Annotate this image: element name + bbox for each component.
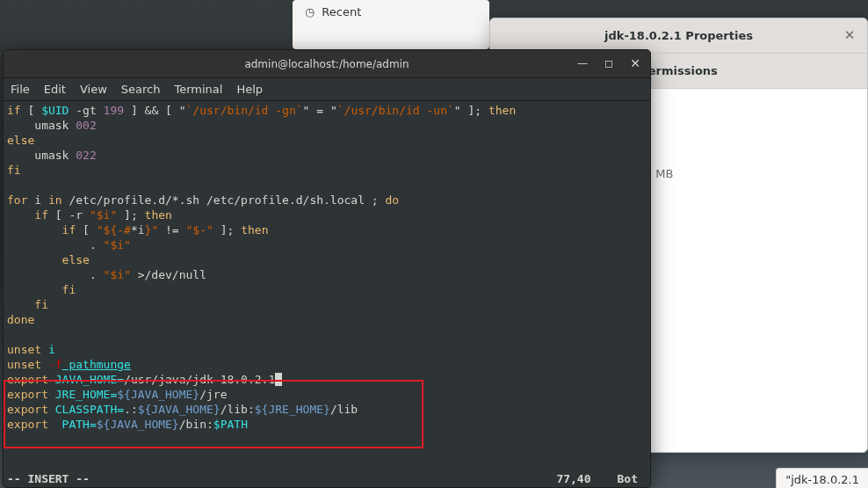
vim-position: 77,40	[556, 472, 590, 485]
sidebar-item-label: Recent	[322, 5, 361, 18]
terminal-title: admin@localhost:/home/admin	[244, 58, 409, 70]
close-icon[interactable]: ✕	[841, 27, 858, 45]
close-button[interactable]: ✕	[626, 54, 645, 73]
terminal-content[interactable]: if [ $UID -gt 199 ] && [ "`/usr/bin/id -…	[4, 101, 650, 470]
menu-edit[interactable]: Edit	[44, 83, 66, 96]
vim-mode: -- INSERT --	[7, 472, 90, 485]
menu-terminal[interactable]: Terminal	[174, 83, 222, 96]
vim-status-bar: -- INSERT -- 77,40 Bot	[4, 470, 650, 487]
terminal-titlebar[interactable]: admin@localhost:/home/admin — ◻ ✕	[4, 50, 650, 78]
files-sidebar-fragment: ◷ Recent	[293, 0, 489, 49]
clock-icon: ◷	[305, 5, 315, 18]
properties-title: jdk-18.0.2.1 Properties	[604, 29, 753, 42]
menu-file[interactable]: File	[11, 83, 30, 96]
cursor	[275, 373, 282, 386]
taskbar-tab[interactable]: "jdk-18.0.2.1	[776, 468, 868, 488]
menu-help[interactable]: Help	[236, 83, 263, 96]
maximize-button[interactable]: ◻	[599, 54, 618, 73]
terminal-menubar: File Edit View Search Terminal Help	[4, 78, 650, 101]
minimize-button[interactable]: —	[573, 54, 592, 73]
menu-view[interactable]: View	[80, 83, 107, 96]
properties-titlebar[interactable]: jdk-18.0.2.1 Properties ✕	[490, 18, 867, 54]
sidebar-item-recent[interactable]: ◷ Recent	[293, 0, 489, 24]
terminal-window: admin@localhost:/home/admin — ◻ ✕ File E…	[3, 49, 651, 488]
tab-permissions[interactable]: Permissions	[640, 64, 718, 77]
menu-search[interactable]: Search	[121, 83, 161, 96]
vim-scroll: Bot	[618, 472, 638, 485]
